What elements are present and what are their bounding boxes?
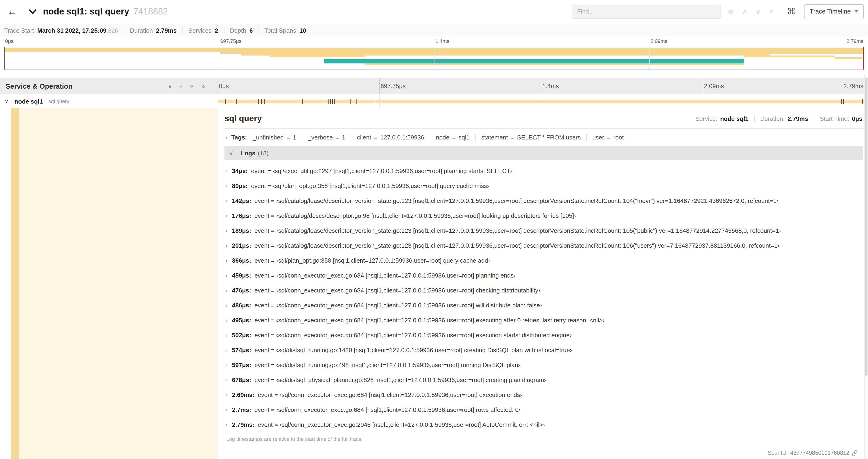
log-row[interactable]: ›495μs:event = ‹sql/conn_executor_exec.g… — [225, 313, 863, 327]
next-result-icon[interactable]: ∨ — [751, 7, 765, 15]
log-row[interactable]: ›366μs:event = ‹sql/plan_opt.go:358 [nsq… — [225, 253, 863, 268]
log-timestamp: 459μs: — [232, 272, 251, 279]
log-marker — [236, 99, 237, 104]
timeline-minimap[interactable] — [4, 47, 864, 70]
span-meta-item: Start Time:0μs — [820, 115, 862, 122]
find-controls: ⊕∧∨× — [723, 7, 777, 15]
chevron-right-icon: › — [225, 167, 232, 174]
log-timestamp: 476μs: — [232, 287, 251, 294]
log-marker — [841, 99, 842, 104]
log-row[interactable]: ›678μs:event = ‹sql/distsql_physical_pla… — [225, 372, 863, 387]
log-message: event = ‹sql/conn_executor_exec.go:684 [… — [254, 272, 516, 279]
expand-all-icon[interactable]: » — [202, 83, 205, 89]
divider — [258, 27, 259, 34]
log-row[interactable]: ›2.69ms:event = ‹sql/conn_executor_exec.… — [225, 387, 863, 402]
meta-value: 2.79ms — [787, 115, 808, 122]
tags-label: Tags: — [231, 134, 247, 141]
logs-count: (18) — [258, 150, 269, 157]
collapse-all-icon[interactable]: » — [189, 85, 195, 88]
log-marker — [843, 99, 844, 104]
meta-value: 0μs — [852, 115, 862, 122]
chevron-right-icon: › — [225, 317, 232, 324]
time-tick-label: 2.79ms — [845, 38, 864, 44]
log-marker — [356, 99, 356, 104]
log-row[interactable]: ›597μs:event = ‹sql/distsql_running.go:4… — [225, 357, 863, 372]
tag-key: _verbose — [308, 134, 333, 141]
timeline-header-row: Service & Operation ∨›»» 0μs697.75μs1.4m… — [0, 78, 868, 94]
time-tick-label: 1.4ms — [541, 83, 559, 90]
expand-one-icon[interactable]: › — [180, 83, 182, 89]
span-id-row: SpanID: 4877749850101760812 — [768, 450, 858, 456]
summary-label: Total Spans — [265, 27, 296, 34]
chevron-down-icon[interactable]: ∨ — [5, 98, 8, 104]
timeline-ruler: 0μs697.75μs1.4ms2.09ms2.79ms — [217, 78, 864, 94]
time-tick-label: 0μs — [4, 38, 13, 44]
span-bar-cell[interactable] — [217, 95, 864, 108]
summary-item: Total Spans10 — [265, 27, 306, 34]
tag-item: node=sql1 — [430, 134, 475, 141]
collapse-one-icon[interactable]: ∨ — [168, 83, 172, 89]
log-row[interactable]: ›2.79ms:event = ‹sql/conn_executor_exec.… — [225, 417, 863, 432]
span-id-label: SpanID: — [768, 450, 788, 456]
minimap-span-bar — [744, 56, 835, 57]
trace-view-select[interactable]: Trace Timeline — [804, 4, 864, 19]
chevron-right-icon: › — [225, 346, 232, 353]
log-row[interactable]: ›176μs:event = ‹sql/catalog/descs/descri… — [225, 208, 863, 223]
log-row[interactable]: ›2.7ms:event = ‹sql/conn_executor_exec.g… — [225, 402, 863, 417]
log-row[interactable]: ›189μs:event = ‹sql/catalog/lease/descri… — [225, 223, 863, 238]
keyboard-shortcuts-button[interactable]: ⌘ — [784, 6, 799, 17]
log-marker — [258, 99, 259, 104]
chevron-right-icon: › — [225, 406, 232, 413]
log-message: event = ‹sql/plan_opt.go:358 [nsql1,clie… — [254, 257, 490, 264]
log-row[interactable]: ›142μs:event = ‹sql/catalog/lease/descri… — [225, 193, 863, 208]
log-row[interactable]: ›476μs:event = ‹sql/conn_executor_exec.g… — [225, 283, 863, 298]
gridline — [379, 78, 380, 94]
meta-label: Duration: — [760, 115, 785, 122]
minimap-left-scrubber[interactable] — [4, 47, 5, 69]
gridline — [379, 95, 380, 108]
log-message: event = ‹sql/catalog/lease/descriptor_ve… — [254, 227, 781, 234]
trace-title: node sql1: sql query 7418682 — [43, 6, 168, 17]
log-row[interactable]: ›80μs:event = ‹sql/plan_opt.go:358 [nsql… — [225, 178, 863, 193]
chevron-right-icon: › — [225, 421, 232, 428]
back-button[interactable]: ← — [3, 2, 22, 21]
log-row[interactable]: ›486μs:event = ‹sql/conn_executor_exec.g… — [225, 298, 863, 313]
log-timestamp: 176μs: — [232, 212, 251, 219]
scrollbar-thumb[interactable] — [865, 77, 868, 376]
log-marker — [330, 99, 331, 104]
log-timestamp: 201μs: — [232, 242, 251, 249]
log-row[interactable]: ›459μs:event = ‹sql/conn_executor_exec.g… — [225, 268, 863, 283]
gridline — [541, 95, 541, 108]
tags-accordion[interactable]: › Tags: _unfinished=1_verbose=1client=12… — [224, 129, 863, 146]
time-tick-label: 697.75μs — [219, 38, 242, 44]
log-row[interactable]: ›201μs:event = ‹sql/catalog/lease/descri… — [225, 238, 863, 253]
link-icon[interactable] — [852, 450, 858, 456]
page-header: ← node sql1: sql query 7418682 ⊕∧∨× ⌘ Tr… — [0, 0, 868, 23]
chevron-right-icon: › — [225, 227, 232, 234]
clear-search-icon[interactable]: × — [765, 7, 777, 15]
log-message: event = ‹sql/conn_executor_exec.go:684 [… — [258, 391, 522, 398]
log-timestamp: 366μs: — [232, 257, 251, 264]
span-name-cell[interactable]: ∨ node sql1 sql query — [0, 95, 217, 108]
equals-sign: = — [286, 134, 290, 141]
span-detail-header: sql query Service:node sql1Duration:2.79… — [224, 110, 863, 129]
logs-footnote: Log timestamps are relative to the start… — [224, 432, 863, 442]
minimap-span-bar — [220, 52, 864, 54]
log-row[interactable]: ›574μs:event = ‹sql/distsql_running.go:1… — [225, 342, 863, 357]
time-tick-label: 2.79ms — [842, 83, 864, 90]
focus-spans-icon[interactable]: ⊕ — [723, 7, 738, 15]
prev-result-icon[interactable]: ∧ — [738, 7, 751, 15]
log-marker — [332, 99, 333, 104]
log-row[interactable]: ›502μs:event = ‹sql/conn_executor_exec.g… — [225, 327, 863, 342]
meta-value: node sql1 — [720, 115, 748, 122]
meta-label: Service: — [695, 115, 717, 122]
find-input[interactable] — [571, 4, 721, 19]
logs-accordion-header[interactable]: ∨ Logs (18) — [224, 146, 863, 160]
gridline — [649, 47, 650, 69]
equals-sign: = — [607, 134, 611, 141]
collapse-trace-chevron-icon[interactable] — [29, 6, 37, 14]
span-meta-item: Service:node sql1 — [695, 115, 748, 122]
log-row[interactable]: ›34μs:event = ‹sql/exec_util.go:2297 [ns… — [225, 163, 863, 178]
chevron-right-icon: › — [225, 287, 232, 294]
chevron-right-icon: › — [225, 361, 232, 368]
